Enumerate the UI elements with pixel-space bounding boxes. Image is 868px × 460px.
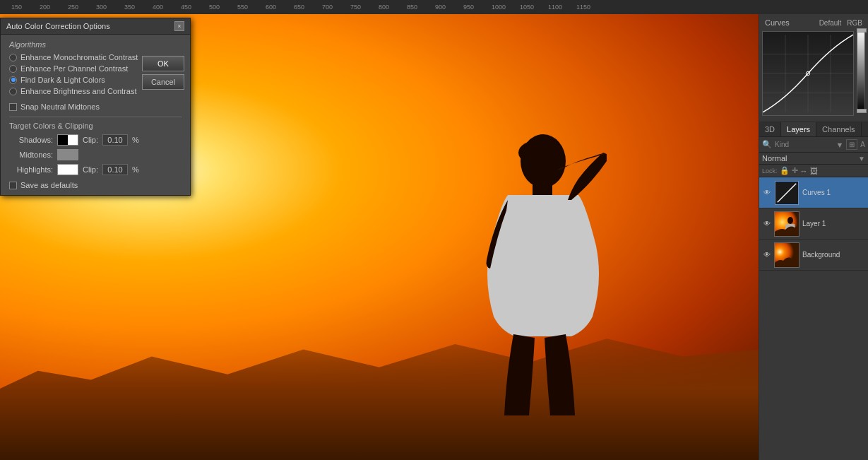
highlights-label: Highlights: — [9, 165, 53, 174]
ruler-num: 250 — [68, 4, 78, 11]
layers-icon2: A — [860, 141, 865, 148]
ruler-num: 350 — [124, 4, 135, 11]
radio-finddark-label: Find Dark & Light Colors — [20, 76, 105, 84]
ruler-num: 700 — [322, 4, 333, 11]
shadows-row: Shadows: Clip: 0.10 % — [9, 134, 182, 146]
curves-panel: Curves Default RGB — [759, 14, 868, 122]
ruler-num: 1000 — [492, 4, 506, 11]
curves-panel-header: Curves Default RGB — [762, 17, 865, 28]
ruler-num: 450 — [181, 4, 191, 11]
kind-label: Kind — [775, 141, 833, 148]
radio-monochromatic-input[interactable] — [9, 54, 17, 61]
curves-canvas[interactable] — [762, 31, 854, 116]
layer-item-photo1[interactable]: 👁 — [759, 208, 868, 240]
midtones-label: Midtones: — [9, 151, 53, 159]
shadows-swatch[interactable] — [57, 134, 78, 146]
radio-brightness-label: Enhance Brightness and Contrast — [20, 87, 137, 95]
canvas-area: Auto Color Correction Options × Algorith… — [0, 14, 759, 460]
shadows-clip-label: Clip: — [83, 136, 98, 144]
layer-item-curves[interactable]: 👁 Curves 1 — [759, 177, 868, 208]
dialog-close-button[interactable]: × — [174, 21, 184, 31]
tab-3d[interactable]: 3D — [759, 122, 781, 136]
snap-neutral-checkbox[interactable] — [9, 103, 17, 111]
save-defaults-label: Save as defaults — [20, 181, 78, 189]
lock-icon-3[interactable]: ↔ — [800, 167, 808, 175]
ruler-num: 1050 — [520, 4, 534, 11]
ruler-num: 650 — [294, 4, 304, 11]
lock-icon-2[interactable]: ✛ — [792, 166, 798, 175]
layer-item-background[interactable]: 👁 — [759, 240, 868, 271]
curves-label: Curves — [765, 18, 790, 27]
highlights-swatch[interactable] — [57, 164, 78, 175]
layer-thumb-photo1 — [774, 211, 799, 237]
highlights-percent: % — [132, 165, 139, 174]
tab-layers[interactable]: Layers — [781, 122, 816, 136]
shadows-percent: % — [132, 136, 139, 144]
dialog-buttons: OK Cancel — [142, 56, 184, 90]
layer-name-curves: Curves 1 — [802, 189, 865, 196]
rgb-label: RGB — [847, 19, 862, 27]
svg-point-2 — [518, 140, 561, 165]
ruler-num: 850 — [407, 4, 417, 11]
curve-handle-bottom[interactable] — [857, 109, 867, 113]
radio-perchannel-label: Enhance Per Channel Contrast — [20, 64, 128, 73]
ruler-num: 1150 — [576, 4, 590, 11]
search-icon: 🔍 — [762, 140, 772, 149]
highlights-clip-label: Clip: — [83, 165, 98, 174]
lock-icon-1[interactable]: 🔒 — [780, 166, 790, 175]
ruler-num: 750 — [350, 4, 361, 11]
layer-visibility-curves[interactable]: 👁 — [762, 188, 772, 198]
tab-channels[interactable]: Channels — [816, 122, 861, 136]
radio-finddark-input[interactable] — [9, 76, 17, 84]
curve-handle-top[interactable] — [857, 28, 867, 33]
auto-color-correction-dialog[interactable]: Auto Color Correction Options × Algorith… — [0, 18, 191, 196]
save-defaults-checkbox[interactable] — [9, 182, 17, 189]
layer-visibility-background[interactable]: 👁 — [762, 250, 772, 260]
layer-thumb-curves — [774, 180, 799, 206]
ruler-num: 400 — [153, 4, 163, 11]
ruler-top: 150 200 250 300 350 400 450 500 550 600 … — [0, 0, 868, 14]
shadows-clip-input[interactable]: 0.10 — [102, 134, 128, 146]
svg-point-14 — [787, 217, 793, 224]
dialog-body: Algorithms Enhance Monochromatic Contras… — [1, 35, 190, 195]
cancel-button[interactable]: Cancel — [142, 74, 184, 90]
highlights-clip-input[interactable] — [102, 164, 128, 175]
layers-toolbar: 🔍 Kind ▼ ⊞ A — [759, 137, 868, 153]
ruler-num: 950 — [463, 4, 474, 11]
ruler-num: 300 — [96, 4, 107, 11]
layers-panel: 3D Layers Channels 🔍 Kind ▼ ⊞ A Normal ▼… — [759, 122, 868, 460]
ok-button[interactable]: OK — [142, 56, 184, 71]
layers-icon1: ⊞ — [846, 139, 857, 150]
ruler-num: 150 — [11, 4, 22, 11]
radio-brightness-input[interactable] — [9, 88, 17, 95]
main-area: Auto Color Correction Options × Algorith… — [0, 14, 868, 460]
midtones-swatch[interactable] — [57, 149, 78, 160]
radio-monochromatic-label: Enhance Monochromatic Contrast — [20, 53, 138, 61]
ruler-num: 900 — [435, 4, 446, 11]
midtones-row: Midtones: — [9, 149, 182, 160]
layer-mode-value[interactable]: Normal — [762, 154, 787, 163]
ruler-num: 500 — [209, 4, 220, 11]
layer-name-photo1: Layer 1 — [802, 220, 865, 228]
algorithms-label: Algorithms — [9, 40, 182, 49]
ruler-num: 600 — [266, 4, 276, 11]
radio-perchannel-input[interactable] — [9, 65, 17, 73]
canvas-image: Auto Color Correction Options × Algorith… — [0, 14, 759, 460]
ruler-num: 1100 — [548, 4, 562, 11]
layer-visibility-photo1[interactable]: 👁 — [762, 219, 772, 229]
layer-thumb-background — [774, 242, 799, 268]
lock-label: Lock: — [762, 167, 778, 175]
layer-mode-row: Normal ▼ — [759, 153, 868, 165]
svg-rect-1 — [533, 182, 552, 196]
mountain-layer-near — [0, 282, 759, 460]
layer-name-background: Background — [802, 251, 865, 259]
snap-neutral-checkbox-item[interactable]: Snap Neutral Midtones — [9, 102, 182, 111]
shadows-label: Shadows: — [9, 136, 53, 144]
lock-icon-4[interactable]: 🖼 — [810, 167, 818, 175]
person-silhouette — [451, 119, 607, 415]
highlights-row: Highlights: Clip: % — [9, 164, 182, 175]
dialog-titlebar[interactable]: Auto Color Correction Options × — [1, 18, 190, 35]
opacity-label: ▼ — [858, 155, 865, 163]
default-label: Default — [819, 19, 842, 27]
target-section-label: Target Colors & Clipping — [9, 122, 182, 130]
